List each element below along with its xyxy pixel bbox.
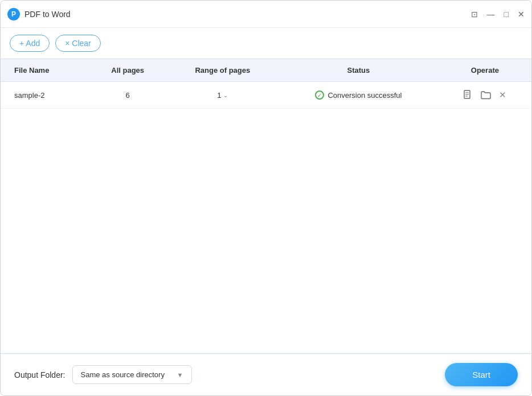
file-table: File Name All pages Range of pages Statu…	[1, 59, 531, 109]
cell-operate: ✕	[439, 82, 531, 109]
close-button[interactable]: ✕	[518, 10, 525, 18]
restore-button[interactable]: ⊡	[471, 10, 478, 18]
status-text: Conversion successful	[328, 91, 402, 100]
toolbar: + Add × Clear	[1, 28, 531, 59]
add-button[interactable]: + Add	[10, 35, 50, 52]
range-selector[interactable]: 1⌄	[176, 91, 269, 100]
delete-icon[interactable]: ✕	[499, 90, 506, 100]
col-header-rangeofpages: Range of pages	[167, 59, 279, 82]
cell-allpages: 6	[89, 82, 167, 109]
clear-button[interactable]: × Clear	[55, 35, 101, 52]
output-folder-label: Output Folder:	[14, 370, 66, 380]
cell-rangeofpages[interactable]: 1⌄	[167, 82, 279, 109]
cell-filename: sample-2	[1, 82, 89, 109]
table-row: sample-261⌄✓Conversion successful ✕	[1, 82, 531, 109]
window-controls: ⊡ — □ ✕	[471, 10, 525, 18]
bottom-bar: Output Folder: Same as source directory …	[1, 353, 531, 395]
col-header-allpages: All pages	[89, 59, 167, 82]
start-button[interactable]: Start	[445, 363, 518, 386]
col-header-operate: Operate	[439, 59, 531, 82]
table-header-row: File Name All pages Range of pages Statu…	[1, 59, 531, 82]
col-header-status: Status	[279, 59, 439, 82]
open-file-icon[interactable]	[464, 90, 473, 100]
chevron-down-icon: ▼	[177, 372, 183, 378]
success-icon: ✓	[315, 90, 324, 100]
col-header-filename: File Name	[1, 59, 89, 82]
maximize-button[interactable]: □	[504, 10, 509, 18]
app-title: PDF to Word	[24, 10, 71, 19]
range-value: 1	[217, 91, 221, 100]
output-folder-value: Same as source directory	[81, 370, 165, 379]
open-folder-icon[interactable]	[481, 90, 491, 100]
title-bar: P PDF to Word ⊡ — □ ✕	[1, 1, 531, 28]
app-icon: P	[7, 8, 20, 20]
cell-status: ✓Conversion successful	[279, 82, 439, 109]
minimize-button[interactable]: —	[487, 10, 495, 18]
output-folder-section: Output Folder: Same as source directory …	[14, 365, 192, 384]
chevron-down-icon: ⌄	[223, 92, 228, 98]
title-bar-left: P PDF to Word	[7, 8, 71, 20]
output-folder-select[interactable]: Same as source directory ▼	[72, 365, 192, 384]
file-table-container: File Name All pages Range of pages Statu…	[1, 59, 531, 353]
